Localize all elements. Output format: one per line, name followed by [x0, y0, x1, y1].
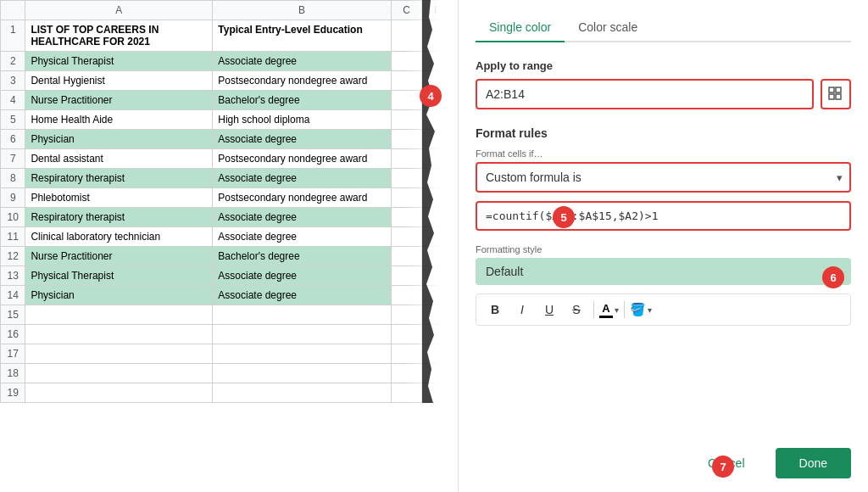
step-circle-6: 6 [822, 266, 844, 288]
fill-color-button[interactable]: 🪣 [630, 302, 646, 317]
cell-c[interactable] [391, 325, 422, 344]
text-color-group[interactable]: A ▾ [599, 302, 619, 318]
cell-b[interactable]: Postsecondary nondegree award [213, 149, 391, 169]
cell-i[interactable] [422, 130, 449, 149]
cell-b[interactable]: Typical Entry-Level Education [213, 20, 391, 52]
row-number: 3 [1, 71, 25, 91]
cell-a[interactable] [25, 383, 213, 403]
text-color-underline [599, 316, 613, 318]
cell-c[interactable] [391, 227, 422, 247]
italic-button[interactable]: I [510, 298, 534, 321]
fill-color-arrow[interactable]: ▾ [648, 305, 652, 315]
cell-c[interactable] [391, 149, 422, 169]
cell-a[interactable]: Respiratory therapist [25, 208, 213, 227]
cell-a[interactable]: Respiratory therapist [25, 169, 213, 188]
grid-select-button[interactable] [821, 79, 851, 109]
cell-c[interactable] [391, 383, 422, 403]
tab-single-color[interactable]: Single color [476, 14, 565, 41]
cell-a[interactable]: Physical Therapist [25, 52, 213, 71]
cell-c[interactable] [391, 130, 422, 149]
cell-a[interactable]: Nurse Practitioner [25, 91, 213, 110]
cell-a[interactable]: Phlebotomist [25, 188, 213, 208]
cell-c[interactable] [391, 71, 422, 91]
cell-c[interactable] [391, 247, 422, 266]
cell-i[interactable] [422, 110, 449, 130]
cell-c[interactable] [391, 110, 422, 130]
cell-b[interactable]: Associate degree [213, 52, 391, 71]
done-button[interactable]: Done [776, 448, 851, 478]
table-row: 2Physical TherapistAssociate degree [1, 52, 449, 71]
cell-b[interactable]: Associate degree [213, 208, 391, 227]
cell-b[interactable] [213, 383, 391, 403]
cell-i[interactable] [422, 286, 449, 305]
cell-i[interactable] [422, 266, 449, 286]
fill-color-group[interactable]: 🪣 ▾ [630, 302, 652, 317]
cell-i[interactable] [422, 188, 449, 208]
cell-c[interactable] [391, 364, 422, 383]
cell-c[interactable] [391, 266, 422, 286]
bold-button[interactable]: B [483, 298, 507, 321]
cell-a[interactable]: Nurse Practitioner [25, 247, 213, 266]
cell-a[interactable] [25, 344, 213, 364]
cell-i[interactable] [422, 364, 449, 383]
cell-i[interactable] [422, 149, 449, 169]
cell-c[interactable] [391, 208, 422, 227]
cell-i[interactable] [422, 169, 449, 188]
cell-b[interactable]: Associate degree [213, 130, 391, 149]
strikethrough-button[interactable]: S [565, 298, 588, 321]
cell-a[interactable] [25, 364, 213, 383]
cell-b[interactable]: Associate degree [213, 266, 391, 286]
cell-c[interactable] [391, 305, 422, 325]
cell-i[interactable] [422, 208, 449, 227]
text-color-arrow[interactable]: ▾ [615, 305, 619, 315]
formula-input[interactable] [476, 201, 851, 231]
cell-c[interactable] [391, 91, 422, 110]
cell-b[interactable]: Associate degree [213, 286, 391, 305]
cell-c[interactable] [391, 286, 422, 305]
cell-a[interactable]: Dental assistant [25, 149, 213, 169]
cell-b[interactable]: Bachelor's degree [213, 91, 391, 110]
cell-a[interactable]: LIST OF TOP CAREERS IN HEALTHCARE FOR 20… [25, 20, 213, 52]
cell-b[interactable]: Associate degree [213, 169, 391, 188]
cell-i[interactable] [422, 344, 449, 364]
cell-i[interactable] [422, 52, 449, 71]
cell-a[interactable] [25, 305, 213, 325]
text-color-button[interactable]: A [599, 302, 613, 318]
panel-tabs: Single color Color scale [476, 14, 851, 42]
cell-b[interactable] [213, 325, 391, 344]
conditional-format-panel: Single color Color scale Apply to range … [458, 0, 868, 492]
cell-a[interactable] [25, 325, 213, 344]
cell-b[interactable]: Postsecondary nondegree award [213, 188, 391, 208]
cell-c[interactable] [391, 188, 422, 208]
cell-b[interactable] [213, 364, 391, 383]
cell-b[interactable]: Associate degree [213, 227, 391, 247]
tab-color-scale[interactable]: Color scale [565, 14, 651, 41]
row-number: 15 [1, 305, 25, 325]
cell-i[interactable] [422, 247, 449, 266]
cell-b[interactable] [213, 305, 391, 325]
table-row: 8Respiratory therapistAssociate degree [1, 169, 449, 188]
cell-i[interactable] [422, 325, 449, 344]
cell-c[interactable] [391, 20, 422, 52]
cell-i[interactable] [422, 383, 449, 403]
cell-a[interactable]: Dental Hygienist [25, 71, 213, 91]
cell-c[interactable] [391, 52, 422, 71]
cell-b[interactable]: High school diploma [213, 110, 391, 130]
cell-b[interactable] [213, 344, 391, 364]
range-input[interactable] [476, 79, 814, 109]
sheet-table: A B C I 1LIST OF TOP CAREERS IN HEALTHCA… [0, 0, 449, 403]
cell-c[interactable] [391, 169, 422, 188]
format-condition-select[interactable]: Custom formula isIs emptyIs not emptyTex… [476, 162, 851, 193]
cell-b[interactable]: Postsecondary nondegree award [213, 71, 391, 91]
cell-i[interactable] [422, 305, 449, 325]
cell-i[interactable] [422, 227, 449, 247]
cell-b[interactable]: Bachelor's degree [213, 247, 391, 266]
underline-button[interactable]: U [537, 298, 561, 321]
cell-c[interactable] [391, 344, 422, 364]
cell-a[interactable]: Physical Therapist [25, 266, 213, 286]
cell-a[interactable]: Physician [25, 130, 213, 149]
cell-a[interactable]: Physician [25, 286, 213, 305]
cell-i[interactable] [422, 20, 449, 52]
cell-a[interactable]: Clinical laboratory technician [25, 227, 213, 247]
cell-a[interactable]: Home Health Aide [25, 110, 213, 130]
